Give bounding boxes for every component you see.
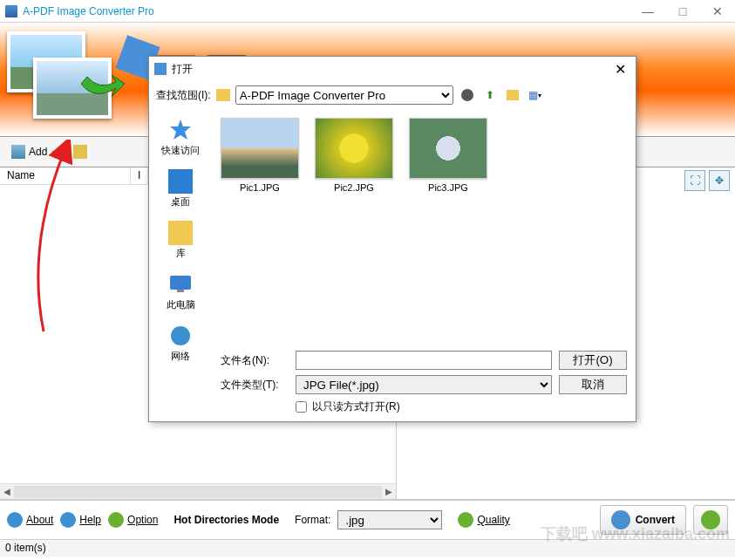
status-bar: 0 item(s) <box>0 539 735 557</box>
dialog-icon <box>154 63 167 75</box>
network-icon <box>168 324 193 348</box>
add-folder-icon <box>73 145 87 159</box>
lookin-label: 查找范围(I): <box>156 88 211 103</box>
lookin-row: 查找范围(I): A-PDF Image Converter Pro ⬆ ▦▾ <box>149 81 636 109</box>
lookin-select[interactable]: A-PDF Image Converter Pro <box>235 85 453 105</box>
chevron-down-icon: ▾ <box>51 148 58 156</box>
filetype-select[interactable]: JPG File(*.jpg) <box>296 375 552 394</box>
dialog-titlebar: 打开 ✕ <box>149 57 636 81</box>
open-button[interactable]: 打开(O) <box>559 351 627 370</box>
app-icon <box>5 5 17 17</box>
open-file-dialog: 打开 ✕ 查找范围(I): A-PDF Image Converter Pro … <box>148 56 636 422</box>
file-name: Pic3.JPG <box>428 182 468 193</box>
cancel-button[interactable]: 取消 <box>559 375 627 394</box>
option-button[interactable]: Option <box>108 512 158 528</box>
sidebar-desktop[interactable]: 桌面 <box>165 166 196 212</box>
up-button[interactable]: ⬆ <box>481 86 499 104</box>
monitor-icon <box>168 272 193 297</box>
quality-button[interactable]: Quality <box>458 512 509 528</box>
about-button[interactable]: About <box>7 512 53 528</box>
minimize-button[interactable]: — <box>630 0 665 23</box>
filetype-label: 文件类型(T): <box>221 378 289 393</box>
add-label: Add <box>29 146 47 158</box>
scroll-right-icon[interactable]: ▶ <box>382 487 396 496</box>
file-browser[interactable]: Pic1.JPG Pic2.JPG Pic3.JPG <box>212 109 636 344</box>
library-icon <box>168 221 193 245</box>
svg-point-2 <box>171 326 190 345</box>
view-icon: ▦ <box>528 89 538 101</box>
svg-rect-1 <box>177 290 184 292</box>
desktop-icon <box>168 169 193 194</box>
dialog-close-button[interactable]: ✕ <box>609 58 630 79</box>
file-thumbnail <box>315 118 393 179</box>
sidebar-thispc[interactable]: 此电脑 <box>163 269 199 315</box>
convert-icon <box>611 510 630 529</box>
actual-size-icon: ✥ <box>715 174 724 187</box>
svg-rect-0 <box>170 276 191 290</box>
quality-icon <box>458 512 473 528</box>
window-title: A-PDF Image Converter Pro <box>23 5 630 17</box>
close-button[interactable]: ✕ <box>700 0 735 23</box>
maximize-button[interactable]: □ <box>665 0 700 23</box>
file-item[interactable]: Pic1.JPG <box>221 118 299 193</box>
folder-icon <box>216 89 230 101</box>
add-button[interactable]: Add ▾ <box>5 140 64 163</box>
scroll-left-icon[interactable]: ◀ <box>0 487 14 496</box>
convert-button[interactable]: Convert <box>600 505 686 535</box>
back-icon <box>461 89 473 101</box>
star-icon <box>168 118 193 142</box>
new-folder-button[interactable] <box>504 86 521 104</box>
fit-icon: ⛶ <box>690 174 700 187</box>
new-folder-icon <box>507 90 519 100</box>
format-label: Format: <box>295 514 330 526</box>
filename-label: 文件名(N): <box>221 353 289 368</box>
back-button[interactable] <box>459 86 476 104</box>
upload-button[interactable] <box>693 505 728 535</box>
upload-icon <box>701 510 720 529</box>
add-folder-button[interactable] <box>67 140 93 163</box>
readonly-checkbox[interactable] <box>296 401 307 413</box>
bottom-bar: About Help Option Hot Directories Mode F… <box>0 499 735 539</box>
sidebar-library[interactable]: 库 <box>165 217 196 263</box>
info-icon <box>7 512 23 528</box>
sidebar-network[interactable]: 网络 <box>165 320 196 366</box>
add-image-icon <box>11 145 25 159</box>
titlebar: A-PDF Image Converter Pro — □ ✕ <box>0 0 735 23</box>
help-icon <box>60 512 76 528</box>
sidebar-quick-access[interactable]: 快速访问 <box>158 114 203 160</box>
file-item[interactable]: Pic2.JPG <box>315 118 393 193</box>
col-name[interactable]: Name <box>0 167 131 184</box>
format-select[interactable]: .jpg <box>337 510 442 529</box>
up-folder-icon: ⬆ <box>486 89 494 101</box>
mode-label[interactable]: Hot Directories Mode <box>174 514 279 526</box>
file-name: Pic2.JPG <box>334 182 374 193</box>
gear-icon <box>108 512 124 528</box>
readonly-label: 以只读方式打开(R) <box>312 400 400 414</box>
file-name: Pic1.JPG <box>240 182 280 193</box>
actual-size-button[interactable]: ✥ <box>709 170 730 191</box>
dialog-sidebar: 快速访问 桌面 库 此电脑 网络 <box>149 109 212 421</box>
filename-input[interactable] <box>296 351 552 370</box>
dialog-bottom: 文件名(N): 打开(O) 文件类型(T): JPG File(*.jpg) 取… <box>212 344 636 421</box>
hscrollbar[interactable]: ◀ ▶ <box>0 483 396 499</box>
view-menu-button[interactable]: ▦▾ <box>527 86 544 104</box>
chevron-down-icon: ▾ <box>538 92 541 99</box>
help-button[interactable]: Help <box>60 512 101 528</box>
file-thumbnail <box>221 118 299 179</box>
dialog-title: 打开 <box>172 62 609 77</box>
banner-illustration <box>7 31 146 127</box>
col-imagesize[interactable]: I <box>131 167 148 184</box>
file-item[interactable]: Pic3.JPG <box>409 118 487 193</box>
item-count: 0 item(s) <box>5 542 46 554</box>
fit-button[interactable]: ⛶ <box>684 170 705 191</box>
file-thumbnail <box>409 118 487 179</box>
